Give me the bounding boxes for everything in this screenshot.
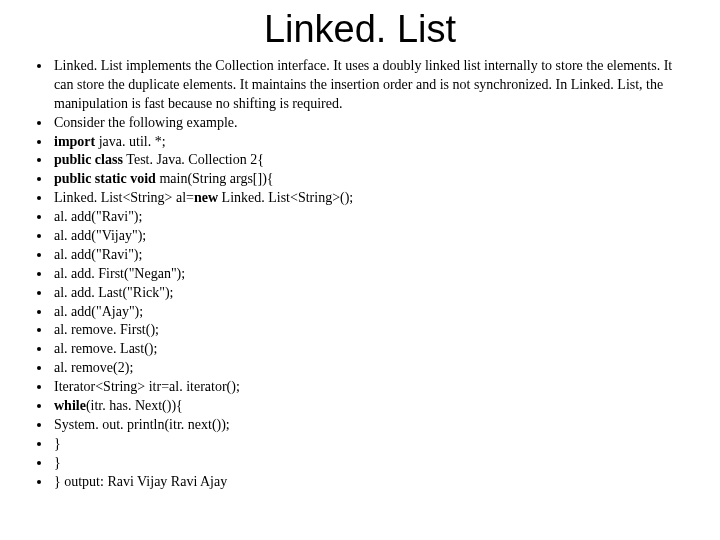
text-segment: al. add. Last("Rick"); xyxy=(54,285,174,300)
list-item: al. remove. Last(); xyxy=(52,340,690,359)
text-segment: public class xyxy=(54,152,126,167)
text-segment: al. add("Vijay"); xyxy=(54,228,146,243)
slide-title: Linked. List xyxy=(30,8,690,51)
list-item: al. add. Last("Rick"); xyxy=(52,284,690,303)
text-segment: new xyxy=(194,190,222,205)
text-segment: (itr. has. Next()){ xyxy=(86,398,183,413)
slide: Linked. List Linked. List implements the… xyxy=(0,0,720,540)
text-segment: } xyxy=(54,455,61,470)
text-segment: System. out. println(itr. next()); xyxy=(54,417,230,432)
text-segment: al. add("Ravi"); xyxy=(54,247,142,262)
text-segment: java. util. *; xyxy=(99,134,166,149)
list-item: while(itr. has. Next()){ xyxy=(52,397,690,416)
text-segment: main(String args[]){ xyxy=(159,171,273,186)
list-item: System. out. println(itr. next()); xyxy=(52,416,690,435)
text-segment: al. add("Ravi"); xyxy=(54,209,142,224)
text-segment: al. remove. First(); xyxy=(54,322,159,337)
text-segment: import xyxy=(54,134,99,149)
text-segment: } output: Ravi Vijay Ravi Ajay xyxy=(54,474,227,489)
text-segment: Linked. List implements the Collection i… xyxy=(54,58,672,111)
text-segment: Linked. List<String> al= xyxy=(54,190,194,205)
text-segment: al. add. First("Negan"); xyxy=(54,266,185,281)
text-segment: Linked. List<String>(); xyxy=(222,190,354,205)
text-segment: } xyxy=(54,436,61,451)
list-item: import java. util. *; xyxy=(52,133,690,152)
list-item: al. add("Ajay"); xyxy=(52,303,690,322)
list-item: al. remove. First(); xyxy=(52,321,690,340)
list-item: al. add("Vijay"); xyxy=(52,227,690,246)
list-item: } output: Ravi Vijay Ravi Ajay xyxy=(52,473,690,492)
list-item: public static void main(String args[]){ xyxy=(52,170,690,189)
list-item: Consider the following example. xyxy=(52,114,690,133)
text-segment: Test. Java. Collection 2{ xyxy=(126,152,264,167)
text-segment: Consider the following example. xyxy=(54,115,238,130)
list-item: Iterator<String> itr=al. iterator(); xyxy=(52,378,690,397)
text-segment: al. remove(2); xyxy=(54,360,133,375)
list-item: } xyxy=(52,454,690,473)
list-item: Linked. List<String> al=new Linked. List… xyxy=(52,189,690,208)
text-segment: al. remove. Last(); xyxy=(54,341,157,356)
text-segment: while xyxy=(54,398,86,413)
list-item: public class Test. Java. Collection 2{ xyxy=(52,151,690,170)
list-item: al. add("Ravi"); xyxy=(52,208,690,227)
bullet-list: Linked. List implements the Collection i… xyxy=(30,57,690,491)
list-item: al. remove(2); xyxy=(52,359,690,378)
text-segment: al. add("Ajay"); xyxy=(54,304,143,319)
text-segment: public static void xyxy=(54,171,159,186)
list-item: al. add. First("Negan"); xyxy=(52,265,690,284)
list-item: } xyxy=(52,435,690,454)
list-item: al. add("Ravi"); xyxy=(52,246,690,265)
list-item: Linked. List implements the Collection i… xyxy=(52,57,690,114)
text-segment: Iterator<String> itr=al. iterator(); xyxy=(54,379,240,394)
